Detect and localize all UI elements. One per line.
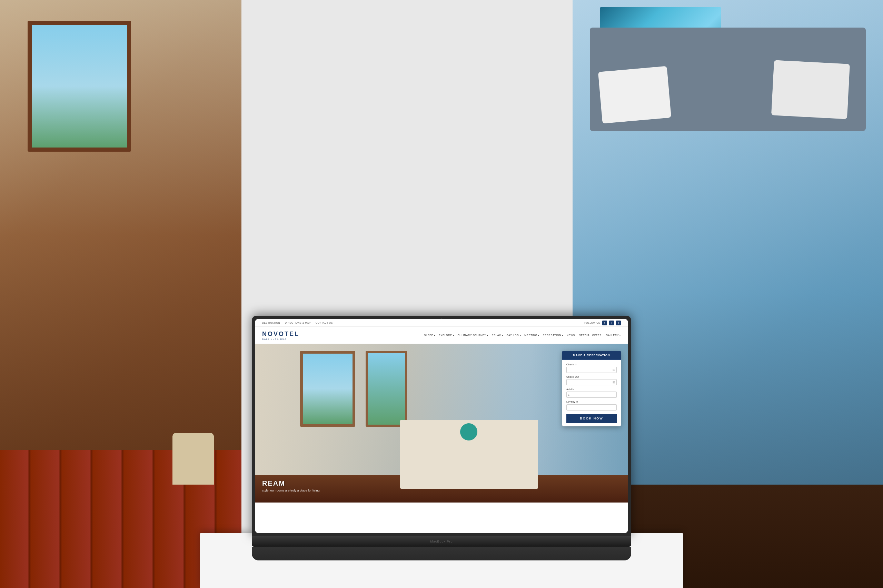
reservation-form: Check In ⊞ Check Out [562, 360, 621, 426]
macbook-screen: DESTINATION DIRECTIONS & MAP CONTACT US … [255, 319, 628, 533]
macbook-keyboard [252, 547, 631, 560]
bg-pillow1 [598, 66, 671, 124]
adults-input-wrapper [566, 392, 617, 398]
twitter-icon[interactable]: t [616, 321, 621, 326]
background-left [0, 0, 241, 588]
top-navigation: DESTINATION DIRECTIONS & MAP CONTACT US [262, 322, 333, 324]
nav-gallery[interactable]: GALLERY [606, 334, 621, 336]
instagram-icon[interactable]: i [609, 321, 614, 326]
top-nav-contact[interactable]: CONTACT US [316, 322, 333, 324]
logo-area: NOVOTEL BALI NUSA DUA [262, 330, 304, 340]
nav-say-i-do[interactable]: SAY I DO [506, 334, 521, 336]
main-navigation: NOVOTEL BALI NUSA DUA SLEEP EXPLORE CULI… [255, 327, 628, 344]
hero-window [300, 351, 355, 427]
check-in-label: Check In [566, 363, 617, 366]
nav-sleep[interactable]: SLEEP [424, 334, 435, 336]
adults-input[interactable] [566, 392, 617, 398]
hero-text-overlay: REAM style, our rooms are truly a place … [262, 479, 320, 492]
top-nav-directions[interactable]: DIRECTIONS & MAP [285, 322, 311, 324]
check-out-field: Check Out ⊞ [566, 376, 617, 386]
facebook-icon[interactable]: f [602, 321, 607, 326]
check-out-input-wrapper: ⊞ [566, 379, 617, 386]
follow-us-label: FOLLOW US [584, 322, 600, 324]
loyalty-input[interactable] [566, 404, 617, 411]
nav-culinary[interactable]: CULINARY JOURNEY [457, 334, 488, 336]
nav-explore[interactable]: EXPLORE [439, 334, 454, 336]
hero-slide-subtitle: style, our rooms are truly a place for l… [262, 489, 320, 492]
macbook-device: DESTINATION DIRECTIONS & MAP CONTACT US … [252, 316, 631, 560]
macbook-lid: DESTINATION DIRECTIONS & MAP CONTACT US … [252, 316, 631, 536]
reservation-title: MAKE A RESERVATION [562, 351, 621, 360]
nav-meeting[interactable]: MEETING [524, 334, 539, 336]
follow-us-section: FOLLOW US f i t [584, 321, 621, 326]
top-nav-destination[interactable]: DESTINATION [262, 322, 280, 324]
loyalty-label: Loyalty ★ [566, 400, 617, 403]
book-now-button[interactable]: BOOK NOW [566, 414, 617, 423]
hero-balcony-door [366, 351, 407, 427]
loyalty-input-wrapper [566, 404, 617, 411]
website-content: DESTINATION DIRECTIONS & MAP CONTACT US … [255, 319, 628, 533]
hero-section: REAM style, our rooms are truly a place … [255, 344, 628, 502]
bg-chair [173, 433, 214, 484]
loyalty-field: Loyalty ★ [566, 400, 617, 411]
reservation-widget: MAKE A RESERVATION Check In ⊞ [562, 351, 621, 426]
nav-recreation[interactable]: RECREATION [543, 334, 563, 336]
nav-special-offer[interactable]: SPECIAL OFFER [579, 334, 602, 336]
check-out-input[interactable] [566, 379, 617, 386]
primary-nav-links: SLEEP EXPLORE CULINARY JOURNEY RELAX SAY… [424, 334, 621, 336]
check-in-input[interactable] [566, 367, 617, 373]
top-bar: DESTINATION DIRECTIONS & MAP CONTACT US … [255, 319, 628, 327]
logo-name[interactable]: NOVOTEL [262, 330, 304, 338]
hero-slide-title: REAM [262, 479, 320, 488]
bg-window [28, 21, 131, 152]
check-in-input-wrapper: ⊞ [566, 367, 617, 373]
nav-news[interactable]: NEWS [567, 334, 576, 336]
logo-subtitle: BALI NUSA DUA [262, 338, 304, 340]
check-in-field: Check In ⊞ [566, 363, 617, 373]
macbook-base [252, 536, 631, 547]
adults-field: Adults [566, 388, 617, 398]
hero-teal-pillow [460, 423, 477, 441]
check-out-label: Check Out [566, 376, 617, 378]
bg-pillow2 [771, 60, 850, 119]
nav-relax[interactable]: RELAX [492, 334, 503, 336]
adults-label: Adults [566, 388, 617, 390]
